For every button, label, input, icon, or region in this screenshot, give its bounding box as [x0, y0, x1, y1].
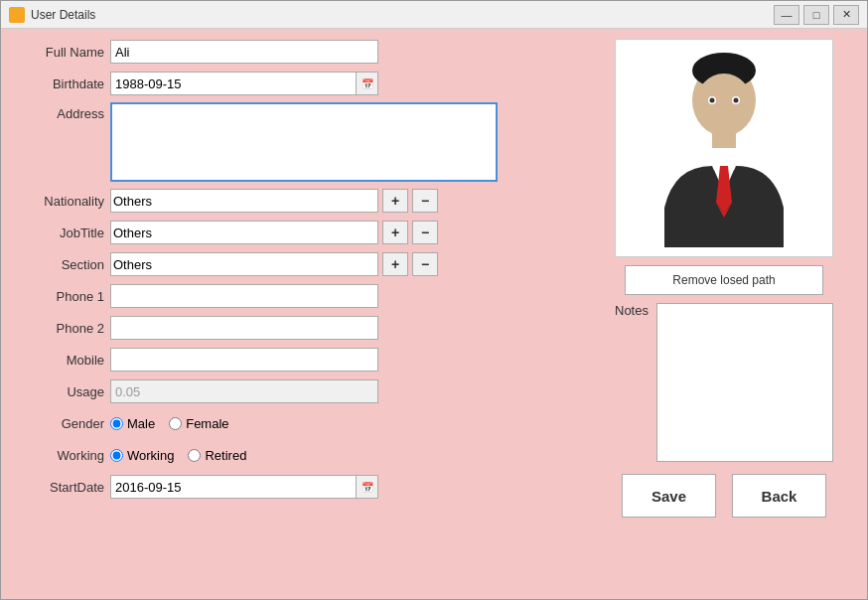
working-working-radio[interactable] [110, 449, 123, 462]
save-button[interactable]: Save [622, 474, 716, 518]
jobtitle-dropdown-wrap: Others + − [110, 221, 438, 244]
right-panel: Remove losed path Notes Save Back [595, 39, 853, 589]
bottom-buttons: Save Back [622, 474, 826, 518]
window-title: User Details [31, 8, 774, 22]
notes-input[interactable] [656, 303, 833, 462]
jobtitle-label: JobTitle [15, 225, 104, 240]
section-row: Section Others + − [15, 251, 585, 277]
gender-row: Gender Male Female [15, 410, 585, 436]
content-area: Full Name Birthdate 📅 Address [1, 29, 867, 599]
remove-path-button[interactable]: Remove losed path [625, 265, 823, 295]
fullname-row: Full Name [15, 39, 585, 65]
nationality-add-btn[interactable]: + [382, 189, 408, 213]
startdate-calendar-btn[interactable]: 📅 [357, 475, 378, 499]
birthdate-input[interactable] [110, 72, 357, 95]
fullname-input[interactable] [110, 40, 378, 64]
working-retired-label: Retired [205, 448, 246, 463]
section-remove-btn[interactable]: − [412, 252, 438, 276]
working-label: Working [15, 448, 104, 463]
gender-radio-group: Male Female [110, 416, 229, 431]
maximize-button[interactable]: □ [803, 5, 829, 25]
working-working-label: Working [127, 448, 174, 463]
gender-female-radio[interactable] [169, 417, 182, 430]
section-label: Section [15, 257, 104, 272]
working-row: Working Working Retired [15, 442, 585, 468]
back-button[interactable]: Back [732, 474, 826, 518]
birthdate-row: Birthdate 📅 [15, 71, 585, 96]
startdate-label: StartDate [15, 480, 104, 495]
birthdate-label: Birthdate [15, 76, 104, 91]
jobtitle-add-btn[interactable]: + [382, 221, 408, 244]
section-dropdown-wrap: Others + − [110, 252, 438, 276]
phone2-label: Phone 2 [15, 321, 104, 336]
birthdate-calendar-btn[interactable]: 📅 [357, 72, 378, 95]
minimize-button[interactable]: — [774, 5, 799, 25]
gender-male-option[interactable]: Male [110, 416, 155, 431]
notes-area: Notes [615, 303, 833, 462]
svg-point-7 [734, 98, 739, 103]
nationality-dropdown-wrap: Others + − [110, 189, 438, 213]
fullname-label: Full Name [15, 45, 104, 60]
gender-label: Gender [15, 416, 104, 431]
notes-label: Notes [615, 303, 649, 318]
jobtitle-remove-btn[interactable]: − [412, 221, 438, 244]
avatar-svg [645, 49, 803, 247]
title-bar: User Details — □ ✕ [1, 1, 867, 29]
usage-row: Usage [15, 378, 585, 404]
jobtitle-select[interactable]: Others [110, 221, 378, 244]
main-window: User Details — □ ✕ Full Name Birthdate 📅 [0, 0, 868, 600]
startdate-calendar-icon: 📅 [362, 482, 373, 493]
section-add-btn[interactable]: + [382, 252, 408, 276]
mobile-label: Mobile [15, 353, 104, 368]
app-icon [9, 7, 25, 23]
mobile-row: Mobile [15, 347, 585, 373]
gender-male-radio[interactable] [110, 417, 123, 430]
calendar-icon: 📅 [362, 78, 373, 89]
working-retired-radio[interactable] [188, 449, 201, 462]
address-row: Address [15, 102, 585, 182]
phone1-input[interactable] [110, 284, 378, 308]
address-input[interactable] [110, 102, 498, 182]
gender-female-label: Female [186, 416, 228, 431]
nationality-row: Nationality Others + − [15, 188, 585, 214]
phone1-row: Phone 1 [15, 283, 585, 309]
avatar-container [615, 39, 833, 257]
usage-input [110, 379, 378, 403]
nationality-label: Nationality [15, 194, 104, 209]
phone2-row: Phone 2 [15, 315, 585, 341]
svg-point-3 [696, 74, 752, 133]
nationality-select[interactable]: Others [110, 189, 378, 213]
phone1-label: Phone 1 [15, 289, 104, 304]
working-retired-option[interactable]: Retired [188, 448, 246, 463]
window-controls: — □ ✕ [774, 5, 859, 25]
startdate-row: StartDate 📅 [15, 474, 585, 500]
close-button[interactable]: ✕ [833, 5, 859, 25]
startdate-input[interactable] [110, 475, 357, 499]
gender-male-label: Male [127, 416, 155, 431]
section-select[interactable]: Others [110, 252, 378, 276]
phone2-input[interactable] [110, 316, 378, 340]
form-panel: Full Name Birthdate 📅 Address [15, 39, 585, 589]
jobtitle-row: JobTitle Others + − [15, 220, 585, 245]
mobile-input[interactable] [110, 348, 378, 372]
working-radio-group: Working Retired [110, 448, 246, 463]
svg-point-6 [710, 98, 715, 103]
working-working-option[interactable]: Working [110, 448, 174, 463]
address-label: Address [15, 102, 104, 121]
usage-label: Usage [15, 384, 104, 399]
nationality-remove-btn[interactable]: − [412, 189, 438, 213]
gender-female-option[interactable]: Female [169, 416, 228, 431]
